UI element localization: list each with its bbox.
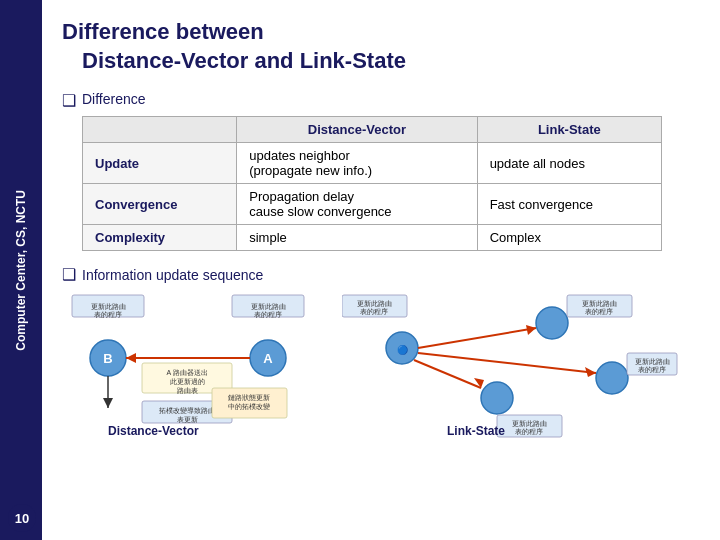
info-bullet: ❑	[62, 265, 76, 284]
row-dv-update: updates neighbor(propagate new info.)	[237, 143, 477, 184]
title-line1: Difference between	[62, 18, 700, 47]
svg-text:B: B	[103, 351, 112, 366]
col-header-ls: Link-State	[477, 117, 661, 143]
svg-point-29	[481, 382, 513, 414]
svg-text:A: A	[263, 351, 273, 366]
svg-marker-17	[103, 398, 113, 408]
svg-text:表的程序: 表的程序	[515, 428, 543, 435]
svg-text:表的程序: 表的程序	[360, 308, 388, 315]
dv-svg: 更新此路由 表的程序 更新此路由 表的程序 B A	[62, 293, 332, 438]
svg-text:更新此路由: 更新此路由	[357, 300, 392, 308]
row-dv-complexity: simple	[237, 225, 477, 251]
svg-line-46	[414, 360, 481, 388]
svg-text:鏈路狀態更新: 鏈路狀態更新	[228, 394, 270, 402]
difference-section: ❑ Difference Distance-Vector Link-State …	[62, 91, 700, 251]
svg-marker-11	[126, 353, 136, 363]
info-header: ❑ Information update sequence	[62, 265, 700, 284]
difference-bullet: ❑	[62, 91, 76, 110]
svg-text:更新此路由: 更新此路由	[635, 358, 670, 366]
row-label-update: Update	[83, 143, 237, 184]
svg-text:🔵: 🔵	[397, 344, 409, 356]
svg-text:表的程序: 表的程序	[585, 308, 613, 315]
svg-line-44	[418, 353, 596, 373]
page-title: Difference between Distance-Vector and L…	[62, 18, 700, 75]
row-label-convergence: Convergence	[83, 184, 237, 225]
main-content: Difference between Distance-Vector and L…	[42, 0, 720, 540]
svg-marker-43	[526, 325, 536, 335]
svg-text:拓樸改變導致路由: 拓樸改變導致路由	[158, 407, 215, 415]
svg-text:中的拓樸改變: 中的拓樸改變	[228, 403, 270, 411]
dv-diagram: 更新此路由 表的程序 更新此路由 表的程序 B A	[62, 293, 332, 453]
table-row: Update updates neighbor(propagate new in…	[83, 143, 662, 184]
svg-line-42	[418, 328, 536, 348]
row-ls-update: update all nodes	[477, 143, 661, 184]
svg-text:更新此路由: 更新此路由	[582, 300, 617, 308]
title-line2: Distance-Vector and Link-State	[62, 47, 700, 76]
svg-text:更新此路由: 更新此路由	[91, 303, 126, 311]
svg-text:路由表: 路由表	[177, 387, 198, 394]
info-section: ❑ Information update sequence 更新此路由 表的程序…	[62, 265, 700, 457]
col-header-dv: Distance-Vector	[237, 117, 477, 143]
svg-text:表的程序: 表的程序	[94, 311, 122, 318]
svg-text:Link-State: Link-State	[447, 424, 505, 438]
svg-text:A 路由器送出: A 路由器送出	[166, 369, 207, 376]
diagram-area: 更新此路由 表的程序 更新此路由 表的程序 B A	[62, 293, 700, 458]
svg-text:更新此路由: 更新此路由	[512, 420, 547, 428]
sidebar: Computer Center, CS, NCTU	[0, 0, 42, 540]
svg-text:Distance-Vector: Distance-Vector	[108, 424, 199, 438]
col-header-empty	[83, 117, 237, 143]
svg-text:此更新過的: 此更新過的	[170, 378, 205, 386]
difference-header: ❑ Difference	[62, 91, 700, 110]
row-ls-convergence: Fast convergence	[477, 184, 661, 225]
difference-table: Distance-Vector Link-State Update update…	[82, 116, 662, 251]
svg-point-28	[596, 362, 628, 394]
table-row: Complexity simple Complex	[83, 225, 662, 251]
page-number: 10	[8, 504, 36, 532]
row-ls-complexity: Complex	[477, 225, 661, 251]
difference-label: Difference	[82, 91, 146, 107]
svg-text:表的程序: 表的程序	[254, 311, 282, 318]
sidebar-text: Computer Center, CS, NCTU	[13, 190, 30, 351]
row-label-complexity: Complexity	[83, 225, 237, 251]
svg-text:表更新: 表更新	[177, 416, 198, 424]
table-row: Convergence Propagation delaycause slow …	[83, 184, 662, 225]
row-dv-convergence: Propagation delaycause slow convergence	[237, 184, 477, 225]
ls-diagram: 🔵 更新此路由 表的程序 更新此路由 表的程序 更新此路由	[342, 293, 682, 453]
table-header-row: Distance-Vector Link-State	[83, 117, 662, 143]
info-label: Information update sequence	[82, 267, 263, 283]
svg-text:更新此路由: 更新此路由	[251, 303, 286, 311]
svg-point-27	[536, 307, 568, 339]
svg-text:表的程序: 表的程序	[638, 366, 666, 373]
ls-svg: 🔵 更新此路由 表的程序 更新此路由 表的程序 更新此路由	[342, 293, 682, 438]
